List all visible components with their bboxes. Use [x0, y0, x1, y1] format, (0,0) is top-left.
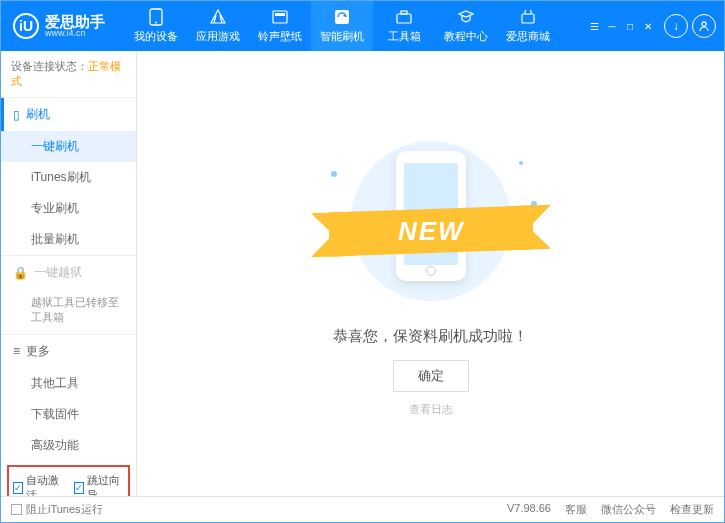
sidebar-item-batch[interactable]: 批量刷机 — [1, 224, 136, 255]
maximize-icon[interactable]: □ — [622, 19, 638, 33]
menu-icon: ≡ — [13, 344, 20, 358]
sidebar-item-itunes[interactable]: iTunes刷机 — [1, 162, 136, 193]
checkbox-icon — [11, 504, 22, 515]
checkbox-auto-activate[interactable]: ✓自动激活 — [13, 473, 64, 496]
menu-icon[interactable]: ☰ — [586, 19, 602, 33]
svg-rect-2 — [273, 11, 287, 23]
tutorial-icon — [457, 8, 475, 26]
apps-icon — [209, 8, 227, 26]
app-url: www.i4.cn — [45, 29, 105, 38]
footer-link-update[interactable]: 检查更新 — [670, 502, 714, 517]
lock-icon: 🔒 — [13, 266, 28, 280]
sidebar-item-advanced[interactable]: 高级功能 — [1, 430, 136, 461]
store-icon — [519, 8, 537, 26]
wallpaper-icon — [271, 8, 289, 26]
checkbox-icon: ✓ — [13, 482, 23, 494]
sidebar-item-download[interactable]: 下载固件 — [1, 399, 136, 430]
main-nav: 我的设备 应用游戏 铃声壁纸 智能刷机 工具箱 教程中心 爱思商城 — [125, 1, 559, 51]
sidebar-section-flash[interactable]: ▯刷机 — [1, 98, 136, 131]
close-icon[interactable]: ✕ — [640, 19, 656, 33]
logo-icon: iU — [13, 13, 39, 39]
svg-point-1 — [155, 22, 157, 24]
svg-point-8 — [702, 22, 706, 26]
toolbox-icon — [395, 8, 413, 26]
option-checkboxes: ✓自动激活 ✓跳过向导 — [7, 465, 130, 496]
nav-device[interactable]: 我的设备 — [125, 1, 187, 51]
svg-rect-5 — [397, 14, 411, 23]
sidebar-item-other[interactable]: 其他工具 — [1, 368, 136, 399]
footer: 阻止iTunes运行 V7.98.66 客服 微信公众号 检查更新 — [1, 496, 724, 522]
svg-rect-7 — [522, 14, 534, 23]
checkbox-skip-guide[interactable]: ✓跳过向导 — [74, 473, 125, 496]
connection-status: 设备连接状态：正常模式 — [1, 51, 136, 97]
svg-rect-4 — [335, 10, 349, 24]
nav-toolbox[interactable]: 工具箱 — [373, 1, 435, 51]
nav-store[interactable]: 爱思商城 — [497, 1, 559, 51]
checkbox-block-itunes[interactable]: 阻止iTunes运行 — [11, 502, 103, 517]
main-content: NEW 恭喜您，保资料刷机成功啦！ 确定 查看日志 — [137, 51, 724, 496]
phone-icon: ▯ — [13, 108, 20, 122]
success-message: 恭喜您，保资料刷机成功啦！ — [333, 327, 528, 346]
sidebar-section-jailbreak: 🔒一键越狱 — [1, 256, 136, 289]
nav-apps[interactable]: 应用游戏 — [187, 1, 249, 51]
nav-flash[interactable]: 智能刷机 — [311, 1, 373, 51]
view-log-link[interactable]: 查看日志 — [409, 402, 453, 417]
checkbox-icon: ✓ — [74, 482, 84, 494]
success-illustration: NEW — [311, 131, 551, 311]
titlebar: iU 爱思助手 www.i4.cn 我的设备 应用游戏 铃声壁纸 智能刷机 工具… — [1, 1, 724, 51]
user-button[interactable] — [692, 14, 716, 38]
flash-icon — [333, 8, 351, 26]
sidebar: 设备连接状态：正常模式 ▯刷机 一键刷机 iTunes刷机 专业刷机 批量刷机 … — [1, 51, 137, 496]
download-button[interactable]: ↓ — [664, 14, 688, 38]
nav-tutorial[interactable]: 教程中心 — [435, 1, 497, 51]
app-logo: iU 爱思助手 www.i4.cn — [9, 13, 105, 39]
minimize-icon[interactable]: ─ — [604, 19, 620, 33]
app-title: 爱思助手 — [45, 14, 105, 29]
sidebar-item-pro[interactable]: 专业刷机 — [1, 193, 136, 224]
footer-link-support[interactable]: 客服 — [565, 502, 587, 517]
sidebar-item-oneclick[interactable]: 一键刷机 — [1, 131, 136, 162]
sidebar-section-more[interactable]: ≡更多 — [1, 335, 136, 368]
footer-link-wechat[interactable]: 微信公众号 — [601, 502, 656, 517]
phone-icon — [147, 8, 165, 26]
version-label: V7.98.66 — [507, 502, 551, 517]
jailbreak-note: 越狱工具已转移至工具箱 — [1, 289, 136, 334]
ok-button[interactable]: 确定 — [393, 360, 469, 392]
svg-rect-6 — [401, 11, 407, 14]
svg-rect-3 — [275, 13, 285, 16]
window-controls: ☰ ─ □ ✕ — [586, 19, 656, 33]
nav-ringtone[interactable]: 铃声壁纸 — [249, 1, 311, 51]
